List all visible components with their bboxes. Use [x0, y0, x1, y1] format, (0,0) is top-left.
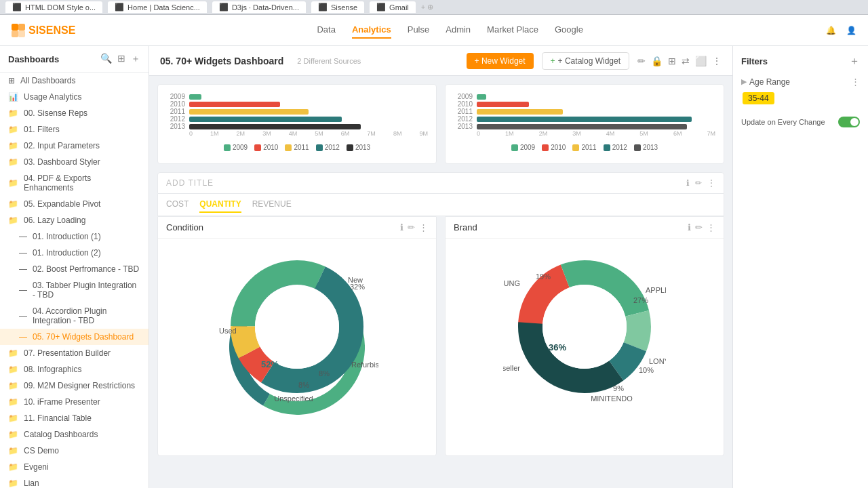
sidebar-item-accordion[interactable]: — 04. Accordion Plugin Integration - TBD	[0, 303, 149, 329]
info-icon[interactable]: ℹ	[688, 222, 691, 232]
nav-tab-google[interactable]: Google	[555, 22, 583, 39]
grid-icon[interactable]: ⊞	[668, 56, 676, 66]
sidebar-item-label: 02. Boost Perfromance - TBD	[33, 264, 139, 274]
section-tabs: COST QUANTITY REVENUE	[157, 194, 724, 216]
sidebar-item-08[interactable]: 📁 08. Infographics	[0, 361, 149, 378]
pencil-icon[interactable]: ✏	[637, 56, 646, 66]
folder-icon: 📁	[8, 348, 18, 358]
browser-tab-d3[interactable]: ⬛ D3js · Data-Driven...	[212, 1, 306, 13]
share-icon[interactable]: ⇄	[682, 56, 690, 66]
sidebar-item-usage-analytics-1[interactable]: 📊 Usage Analytics	[0, 89, 149, 105]
filter-options-icon[interactable]: ⋮	[851, 77, 860, 87]
legend2-2012: 2012	[604, 144, 627, 151]
nav-tab-admin[interactable]: Admin	[446, 22, 471, 39]
bar-row-2010: 2010	[166, 100, 428, 108]
edit-icon[interactable]: ✏	[695, 178, 702, 188]
axis-3m: 3M	[572, 130, 581, 137]
sidebar-item-04-pdf[interactable]: 📁 04. PDF & Exports Enhancments	[0, 170, 149, 196]
sidebar-item-11[interactable]: 📁 11. Financial Table	[0, 410, 149, 426]
sidebar-item-02[interactable]: 📁 02. Input Parameters	[0, 138, 149, 154]
folder-icon: 📁	[8, 462, 18, 472]
brand-donut-container: SUNSUNG 19% APPLES 27% LONY 10% MINITEND…	[446, 239, 724, 415]
bar-container	[477, 117, 715, 122]
catalog-widget-button[interactable]: + + Catalog Widget	[542, 52, 629, 70]
add-dashboard-icon[interactable]: ⊞	[117, 53, 125, 65]
sidebar-item-boost[interactable]: — 02. Boost Perfromance - TBD	[0, 261, 149, 277]
bar2-2011	[477, 109, 563, 115]
more-icon[interactable]: ⋮	[419, 222, 428, 232]
sidebar-item-intro2[interactable]: — 01. Introduction (2)	[0, 245, 149, 261]
more-icon[interactable]: ⋮	[707, 178, 715, 188]
sidebar-item-10[interactable]: 📁 10. iFrame Presenter	[0, 394, 149, 410]
nav-tab-marketplace[interactable]: Market Place	[487, 22, 538, 39]
sidebar-item-01-filters[interactable]: 📁 01. Filters	[0, 121, 149, 138]
axis-1m: 1M	[210, 130, 219, 137]
folder-icon: 📁	[8, 430, 18, 439]
condition-card-icons: ℹ ✏ ⋮	[400, 222, 428, 232]
new-widget-button[interactable]: + New Widget	[467, 53, 534, 69]
sidebar-item-intro1[interactable]: — 01. Introduction (1)	[0, 228, 149, 245]
tab-cost[interactable]: COST	[166, 197, 189, 213]
sidebar-item-07[interactable]: 📁 07. Presentation Builder	[0, 345, 149, 361]
notification-icon[interactable]: 🔔	[825, 24, 837, 37]
dashboard-title: 05. 70+ Widgets Dashboard	[160, 56, 283, 66]
folder-icon: 📁	[8, 178, 18, 188]
sidebar-item-00[interactable]: 📁 00. Sisense Reps	[0, 105, 149, 121]
filters-add-icon[interactable]: ＋	[849, 54, 860, 68]
axis-7m: 7M	[367, 130, 376, 137]
sidebar-item-label: 01. Introduction (1)	[33, 232, 101, 241]
age-range-label: Age Range	[749, 77, 851, 87]
chart-legend-2: 2009 2010 2011 2012 2013	[454, 140, 715, 155]
sidebar-item-tabber[interactable]: — 03. Tabber Plugin Integration - TBD	[0, 277, 149, 303]
browser-tab-gmail[interactable]: ⬛ Gmail	[370, 1, 416, 13]
axis-3m: 3M	[262, 130, 271, 137]
sidebar-item-all-dashboards[interactable]: ⊞ All Dashboards	[0, 73, 149, 89]
sidebar-header: Dashboards 🔍 ⊞ ＋	[0, 46, 149, 73]
bar-container	[189, 102, 428, 107]
bar-2013	[189, 124, 361, 129]
lock-icon[interactable]: 🔒	[651, 56, 663, 66]
age-tag-35-44[interactable]: 35-44	[743, 92, 774, 104]
window-icon[interactable]: ⬜	[695, 56, 707, 66]
folder-icon: 📁	[8, 397, 18, 407]
sidebar-item-05-pivot[interactable]: 📁 05. Expandable Pivot	[0, 196, 149, 212]
sidebar-item-lian[interactable]: 📁 Lian	[0, 475, 149, 488]
user-icon[interactable]: 👤	[845, 24, 857, 37]
year-label: 2012	[454, 115, 473, 123]
sisense-logo-icon	[11, 23, 26, 38]
bar-container	[477, 102, 715, 107]
more-icon[interactable]: ⋮	[712, 56, 722, 66]
browser-tab-ds[interactable]: ⬛ Home | Data Scienc...	[108, 1, 207, 13]
update-toggle[interactable]	[838, 117, 860, 127]
filter-expand-icon[interactable]: ▶	[741, 77, 747, 86]
browser-tab-label5: Gmail	[389, 3, 409, 12]
search-icon[interactable]: 🔍	[100, 53, 112, 65]
nav-tab-data[interactable]: Data	[317, 22, 335, 39]
pct-minitendo: 9%	[613, 384, 624, 392]
bar-2011	[189, 109, 309, 115]
axis-9m: 9M	[419, 130, 428, 137]
bar-2012	[189, 117, 342, 122]
more-icon[interactable]: ⋮	[707, 222, 715, 232]
tab-revenue[interactable]: REVENUE	[252, 197, 292, 213]
tab-quantity[interactable]: QUANTITY	[199, 197, 241, 213]
info-icon[interactable]: ℹ	[686, 178, 690, 188]
browser-tab-sisense[interactable]: ⬛ Sisense	[311, 1, 364, 13]
edit-icon[interactable]: ✏	[408, 222, 415, 232]
sidebar-item-03[interactable]: 📁 03. Dashboard Styler	[0, 154, 149, 170]
edit-icon[interactable]: ✏	[695, 222, 703, 232]
year-label: 2013	[166, 123, 185, 130]
browser-tab-html[interactable]: ⬛ HTML DOM Style o...	[5, 1, 102, 13]
new-dashboard-icon[interactable]: ＋	[131, 53, 140, 65]
info-icon[interactable]: ℹ	[400, 222, 403, 232]
sidebar-item-09[interactable]: 📁 09. M2M Designer Restrictions	[0, 378, 149, 394]
sidebar-item-06[interactable]: 📁 06. Lazy Loading	[0, 212, 149, 228]
sidebar-item-evgeni[interactable]: 📁 Evgeni	[0, 459, 149, 475]
sidebar-item-catalog[interactable]: 📁 Catalog Dashboards	[0, 426, 149, 443]
nav-tab-pulse[interactable]: Pulse	[408, 22, 430, 39]
sidebar-item-cs-demo[interactable]: 📁 CS Demo	[0, 443, 149, 459]
axis-4m: 4M	[606, 130, 615, 137]
sidebar-item-widgets-active[interactable]: — 05. 70+ Widgets Dashboard	[0, 329, 149, 345]
nav-tab-analytics[interactable]: Analytics	[352, 22, 391, 39]
section-add-title-label[interactable]: ADD TITLE	[166, 178, 686, 188]
